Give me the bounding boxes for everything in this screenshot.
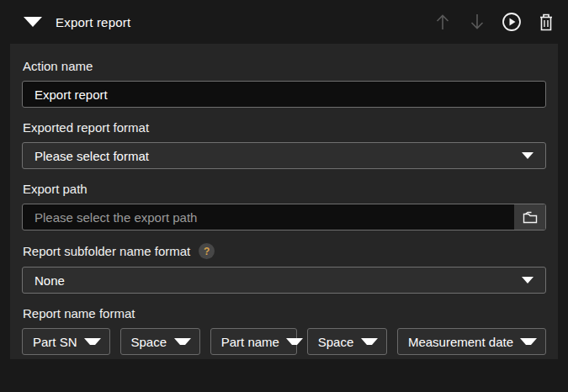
report-format-select[interactable]: Please select format bbox=[22, 142, 546, 169]
chevron-down-icon bbox=[174, 338, 191, 345]
collapse-triangle-icon[interactable] bbox=[24, 17, 42, 27]
chevron-down-icon bbox=[522, 152, 533, 159]
folder-icon bbox=[522, 210, 539, 225]
export-path-field bbox=[22, 204, 546, 230]
export-report-action-panel: Export report bbox=[0, 0, 568, 392]
action-header: Export report bbox=[0, 0, 568, 44]
browse-path-button[interactable] bbox=[514, 204, 545, 230]
export-path-label: Export path bbox=[23, 182, 546, 196]
action-name-label: Action name bbox=[23, 59, 546, 73]
help-icon[interactable]: ? bbox=[199, 243, 215, 259]
report-name-format-label: Report name format bbox=[23, 306, 546, 320]
trash-icon bbox=[538, 13, 555, 32]
name-segment-select-5[interactable]: Measurement date bbox=[397, 328, 546, 355]
header-action-icons bbox=[433, 12, 556, 32]
name-segment-select-1[interactable]: Part SN bbox=[22, 328, 110, 355]
export-path-input[interactable] bbox=[22, 204, 546, 230]
report-format-label: Exported report format bbox=[23, 120, 546, 135]
name-segment-select-4[interactable]: Space bbox=[307, 328, 387, 355]
action-title: Export report bbox=[56, 15, 130, 29]
arrow-up-icon bbox=[433, 12, 452, 32]
subfolder-format-select[interactable]: None bbox=[22, 267, 546, 294]
report-name-format-row: Part SN Space Part name Space Measuremen… bbox=[22, 328, 546, 355]
chevron-down-icon bbox=[286, 338, 303, 345]
delete-action-button[interactable] bbox=[536, 12, 556, 32]
subfolder-format-label: Report subfolder name format ? bbox=[23, 243, 546, 259]
subfolder-format-selected-value: None bbox=[35, 273, 65, 288]
report-format-selected-value: Please select format bbox=[35, 149, 149, 163]
name-segment-select-2[interactable]: Space bbox=[120, 328, 200, 355]
chevron-down-icon bbox=[522, 277, 533, 283]
action-settings-panel: Action name Exported report format Pleas… bbox=[10, 44, 558, 359]
move-up-button[interactable] bbox=[433, 12, 453, 32]
chevron-down-icon bbox=[520, 338, 537, 345]
action-name-input[interactable] bbox=[22, 81, 546, 108]
arrow-down-icon bbox=[468, 12, 486, 32]
move-down-button[interactable] bbox=[467, 12, 487, 32]
chevron-down-icon bbox=[84, 338, 101, 345]
chevron-down-icon bbox=[361, 338, 378, 345]
run-action-button[interactable] bbox=[502, 12, 522, 32]
play-circle-icon bbox=[502, 12, 522, 32]
name-segment-select-3[interactable]: Part name bbox=[210, 328, 297, 355]
